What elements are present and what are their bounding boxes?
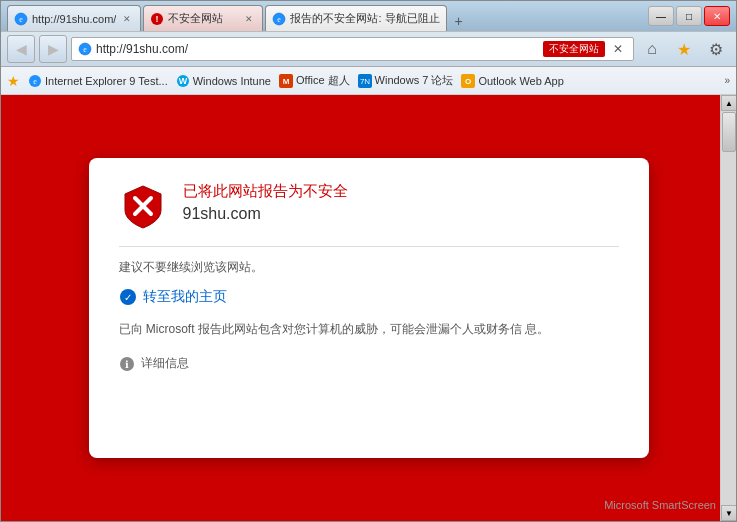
forward-icon: ▶ [48, 41, 59, 57]
address-bar[interactable]: e http://91shu.com/ 不安全网站 ✕ [71, 37, 634, 61]
tab-2[interactable]: ! 不安全网站 ✕ [143, 5, 263, 31]
favorites-button[interactable]: ★ [670, 35, 698, 63]
svg-text:ℹ: ℹ [125, 359, 129, 370]
svg-text:7N: 7N [359, 77, 369, 86]
back-button[interactable]: ◀ [7, 35, 35, 63]
window-controls: — □ ✕ [648, 6, 730, 26]
minimize-button[interactable]: — [648, 6, 674, 26]
address-text: http://91shu.com/ [96, 42, 539, 56]
nav-right-buttons: ⌂ ★ ⚙ [638, 35, 730, 63]
close-button[interactable]: ✕ [704, 6, 730, 26]
fav-item-office[interactable]: M Office 超人 [279, 73, 350, 88]
new-tab-button[interactable]: + [449, 11, 469, 31]
svg-text:e: e [278, 15, 282, 24]
security-warning-badge[interactable]: 不安全网站 [543, 41, 605, 57]
svg-text:e: e [19, 15, 23, 24]
svg-text:W: W [178, 76, 187, 86]
fav-win7-icon: 7N [358, 74, 372, 88]
content-area: 已将此网站报告为不安全 91shu.com 建议不要继续浏览该网站。 ✓ 转至我… [1, 95, 736, 521]
warning-card: 已将此网站报告为不安全 91shu.com 建议不要继续浏览该网站。 ✓ 转至我… [89, 158, 649, 458]
svg-text:✓: ✓ [124, 292, 132, 303]
address-favicon: e [78, 42, 92, 56]
scroll-up-button[interactable]: ▲ [721, 95, 736, 111]
svg-text:!: ! [156, 14, 159, 24]
tab-bar: e http://91shu.com/ ✕ ! 不安全网站 ✕ [7, 1, 644, 31]
fav-item-intune[interactable]: W Windows Intune [176, 74, 271, 88]
shield-icon [119, 182, 167, 230]
forward-button[interactable]: ▶ [39, 35, 67, 63]
tab-1-title: http://91shu.com/ [32, 13, 116, 25]
scroll-thumb[interactable] [722, 112, 736, 152]
tab-1-close[interactable]: ✕ [120, 12, 134, 26]
scroll-down-button[interactable]: ▼ [721, 505, 736, 521]
tab-2-close[interactable]: ✕ [242, 12, 256, 26]
smartscreen-label: Microsoft SmartScreen [604, 499, 716, 511]
tab-1-favicon: e [14, 12, 28, 26]
svg-text:e: e [83, 45, 87, 54]
maximize-button[interactable]: □ [676, 6, 702, 26]
card-advice: 建议不要继续浏览该网站。 [119, 259, 619, 276]
back-icon: ◀ [16, 41, 27, 57]
fav-owa-icon: O [461, 74, 475, 88]
shield-icon-container [119, 182, 167, 230]
tab-3-favicon: e [272, 12, 286, 26]
home-link-icon: ✓ [119, 288, 137, 306]
fav-item-ie9[interactable]: e Internet Explorer 9 Test... [28, 74, 168, 88]
navigation-bar: ◀ ▶ e http://91shu.com/ 不安全网站 ✕ ⌂ ★ [1, 31, 736, 67]
svg-text:M: M [283, 77, 290, 86]
scrollbar[interactable]: ▲ ▼ [720, 95, 736, 521]
card-title-block: 已将此网站报告为不安全 91shu.com [183, 182, 619, 223]
home-page-link[interactable]: ✓ 转至我的主页 [119, 288, 619, 306]
card-description: 已向 Microsoft 报告此网站包含对您计算机的威胁，可能会泄漏个人或财务信… [119, 320, 619, 339]
tab-3-title: 报告的不安全网站: 导航已阻止 [290, 11, 439, 26]
home-button[interactable]: ⌂ [638, 35, 666, 63]
svg-text:e: e [33, 77, 37, 86]
card-warning-title: 已将此网站报告为不安全 [183, 182, 619, 201]
scroll-track[interactable] [721, 111, 736, 505]
tab-2-title: 不安全网站 [168, 11, 238, 26]
tab-2-favicon: ! [150, 12, 164, 26]
fav-office-icon: M [279, 74, 293, 88]
home-icon: ⌂ [647, 40, 657, 58]
card-divider [119, 246, 619, 247]
fav-item-owa[interactable]: O Outlook Web App [461, 74, 563, 88]
favorites-star-icon: ★ [7, 73, 20, 89]
tab-3[interactable]: e 报告的不安全网站: 导航已阻止 [265, 5, 446, 31]
svg-text:O: O [465, 77, 471, 86]
title-bar: e http://91shu.com/ ✕ ! 不安全网站 ✕ [1, 1, 736, 31]
details-icon: ℹ [119, 356, 135, 372]
card-header: 已将此网站报告为不安全 91shu.com [119, 182, 619, 230]
fav-ie9-icon: e [28, 74, 42, 88]
refresh-button[interactable]: ✕ [609, 40, 627, 58]
star-icon: ★ [677, 40, 691, 59]
settings-button[interactable]: ⚙ [702, 35, 730, 63]
details-link[interactable]: ℹ 详细信息 [119, 355, 619, 372]
tab-1[interactable]: e http://91shu.com/ ✕ [7, 5, 141, 31]
favorites-more-button[interactable]: » [724, 75, 730, 86]
browser-window: e http://91shu.com/ ✕ ! 不安全网站 ✕ [0, 0, 737, 522]
favorites-bar: ★ e Internet Explorer 9 Test... W Window… [1, 67, 736, 95]
card-site-name: 91shu.com [183, 205, 619, 223]
gear-icon: ⚙ [709, 40, 723, 59]
fav-intune-icon: W [176, 74, 190, 88]
fav-item-win7[interactable]: 7N Windows 7 论坛 [358, 73, 454, 88]
